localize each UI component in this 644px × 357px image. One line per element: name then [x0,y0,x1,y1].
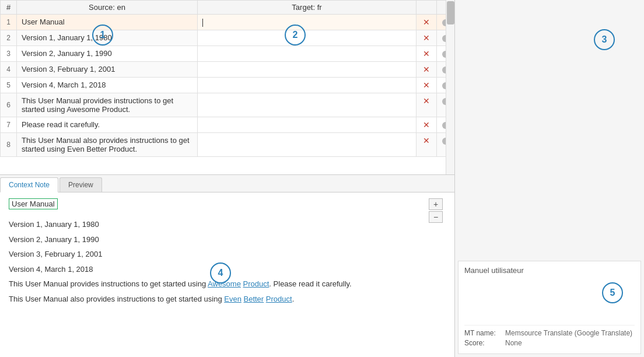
col-header-action [416,1,437,15]
mt-name-line: MT name: Memsource Translate (Google Tra… [464,329,635,337]
target-cell[interactable] [198,93,416,117]
row-number: 8 [1,133,17,157]
mt-score-line: Score: None [464,339,635,347]
table-row[interactable]: 5Version 4, March 1, 2018✕ [1,78,454,93]
mt-content-area: 5 [464,279,635,325]
zoom-controls: + − [429,198,443,223]
context-line-1: Version 1, January 1, 1980 [9,219,446,230]
row-number: 3 [1,46,17,62]
mt-translation-title: Manuel utilisateur [464,266,635,275]
context-line-2: Version 2, January 1, 1990 [9,234,446,246]
table-row[interactable]: 3Version 2, January 1, 1990✕ [1,46,454,62]
delete-icon[interactable]: ✕ [423,49,430,58]
context-line-6: This User Manual also provides instructi… [9,293,446,305]
link-product-2[interactable]: Product [266,295,292,303]
source-cell: Please read it carefully. [17,117,198,133]
mt-score-value: None [505,339,522,347]
delete-icon[interactable]: ✕ [423,136,430,145]
table-row[interactable]: 6This User Manual provides instructions … [1,93,454,117]
row-number: 4 [1,62,17,78]
table-row[interactable]: 8This User Manual also provides instruct… [1,133,454,157]
annotation-circle-5: 5 [602,282,623,303]
source-cell: Version 4, March 1, 2018 [17,78,198,93]
row-number: 6 [1,93,17,117]
delete-cell[interactable]: ✕ [416,93,437,117]
source-cell: This User Manual provides instructions t… [17,93,198,117]
mt-score-label: Score: [464,339,505,347]
delete-icon[interactable]: ✕ [423,80,430,90]
scrollbar-thumb[interactable] [447,1,454,24]
tab-preview[interactable]: Preview [60,177,102,192]
tab-bar: Context Note Preview [0,175,454,192]
target-cell[interactable] [198,133,416,157]
table-row[interactable]: 2Version 1, January 1, 1980✕ [1,30,454,46]
link-better[interactable]: Better [244,295,264,303]
context-section: User Manual Version 1, January 1, 1980 V… [0,192,454,357]
delete-icon[interactable]: ✕ [423,96,430,106]
delete-cell[interactable]: ✕ [416,133,437,157]
mt-name-label: MT name: [464,329,505,337]
delete-icon[interactable]: ✕ [423,65,430,74]
translation-table: # Source: en Target: fr 1User Manual✕2Ve… [0,0,454,157]
row-number: 2 [1,30,17,46]
link-product-1[interactable]: Product [243,279,270,288]
target-cell[interactable] [198,30,416,46]
delete-cell[interactable]: ✕ [416,46,437,62]
mt-name-value: Memsource Translate (Google Translate) [505,329,632,337]
table-row[interactable]: 1User Manual✕ [1,15,454,30]
col-header-source: Source: en [17,1,198,15]
delete-cell[interactable]: ✕ [416,30,437,46]
delete-cell[interactable]: ✕ [416,62,437,78]
delete-cell[interactable]: ✕ [416,117,437,133]
delete-icon[interactable]: ✕ [423,18,430,27]
mt-panel: Manuel utilisateur 5 MT name: Memsource … [458,261,641,354]
target-cell[interactable] [198,15,416,30]
table-row[interactable]: 4Version 3, February 1, 2001✕ [1,62,454,78]
right-panel: 3 Manuel utilisateur 5 MT name: Memsourc… [455,0,644,357]
source-cell: This User Manual also provides instructi… [17,133,198,157]
annotation-circle-4: 4 [210,262,231,284]
delete-cell[interactable]: ✕ [416,15,437,30]
mt-footer: MT name: Memsource Translate (Google Tra… [464,325,635,349]
target-cell[interactable] [198,46,416,62]
annotation-circle-2: 2 [285,24,306,46]
delete-icon[interactable]: ✕ [423,120,430,130]
link-even[interactable]: Even [224,295,242,303]
highlighted-term: User Manual [9,198,58,209]
table-scrollbar[interactable] [446,0,454,174]
target-cell[interactable] [198,117,416,133]
source-cell: Version 2, January 1, 1990 [17,46,198,62]
col-header-num: # [1,1,17,15]
annotation-circle-3: 3 [594,29,615,50]
context-line-3: Version 3, February 1, 2001 [9,249,446,260]
zoom-out-button[interactable]: − [429,211,443,223]
zoom-in-button[interactable]: + [429,198,443,210]
row-number: 7 [1,117,17,133]
annotation-circle-1: 1 [92,24,113,46]
source-cell: Version 3, February 1, 2001 [17,62,198,78]
delete-cell[interactable]: ✕ [416,78,437,93]
target-cell[interactable] [198,62,416,78]
target-cell[interactable] [198,78,416,93]
row-number: 5 [1,78,17,93]
table-row[interactable]: 7Please read it carefully.✕ [1,117,454,133]
right-top-area: 3 [455,0,644,258]
row-number: 1 [1,15,17,30]
col-header-target: Target: fr [198,1,416,15]
tab-context-note[interactable]: Context Note [0,177,58,192]
text-cursor [202,19,203,27]
translation-table-section: # Source: en Target: fr 1User Manual✕2Ve… [0,0,454,175]
delete-icon[interactable]: ✕ [423,33,430,43]
